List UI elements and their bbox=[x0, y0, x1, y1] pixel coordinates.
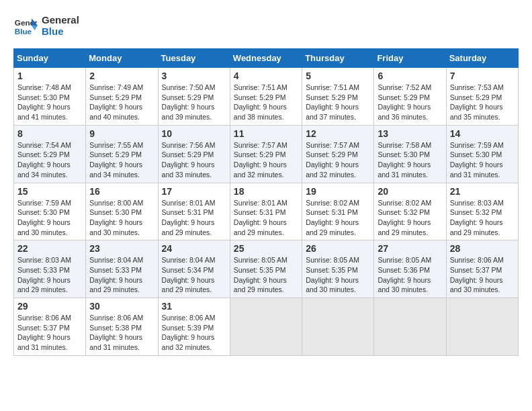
calendar-week-row: 29 Sunrise: 8:06 AM Sunset: 5:37 PM Dayl… bbox=[14, 298, 519, 356]
calendar-day-cell: 25 Sunrise: 8:05 AM Sunset: 5:35 PM Dayl… bbox=[230, 240, 302, 298]
day-info: Sunrise: 8:04 AM Sunset: 5:34 PM Dayligh… bbox=[162, 255, 226, 295]
weekday-header: Sunday bbox=[14, 49, 86, 68]
day-number: 27 bbox=[378, 243, 442, 254]
day-info: Sunrise: 8:02 AM Sunset: 5:31 PM Dayligh… bbox=[306, 198, 370, 238]
calendar-day-cell: 18 Sunrise: 8:01 AM Sunset: 5:31 PM Dayl… bbox=[230, 183, 302, 240]
day-number: 28 bbox=[450, 243, 515, 254]
day-number: 4 bbox=[234, 71, 298, 81]
day-info: Sunrise: 8:03 AM Sunset: 5:33 PM Dayligh… bbox=[17, 255, 82, 295]
calendar-day-cell: 17 Sunrise: 8:01 AM Sunset: 5:31 PM Dayl… bbox=[158, 183, 230, 240]
svg-marker-3 bbox=[32, 26, 38, 30]
day-number: 22 bbox=[17, 243, 82, 254]
day-info: Sunrise: 7:54 AM Sunset: 5:29 PM Dayligh… bbox=[17, 140, 82, 180]
day-number: 16 bbox=[89, 186, 154, 197]
day-info: Sunrise: 8:06 AM Sunset: 5:37 PM Dayligh… bbox=[17, 313, 82, 353]
day-number: 6 bbox=[378, 71, 442, 81]
weekday-header: Monday bbox=[86, 49, 158, 68]
calendar-day-cell: 11 Sunrise: 7:57 AM Sunset: 5:29 PM Dayl… bbox=[230, 125, 302, 183]
weekday-header: Friday bbox=[374, 49, 446, 68]
logo-general: General bbox=[42, 14, 79, 26]
day-info: Sunrise: 7:49 AM Sunset: 5:29 PM Dayligh… bbox=[89, 83, 154, 122]
day-number: 17 bbox=[162, 186, 226, 197]
day-info: Sunrise: 7:57 AM Sunset: 5:29 PM Dayligh… bbox=[306, 140, 370, 180]
svg-text:Blue: Blue bbox=[15, 27, 32, 36]
calendar-day-cell: 1 Sunrise: 7:48 AM Sunset: 5:30 PM Dayli… bbox=[14, 68, 86, 126]
logo-blue: Blue bbox=[42, 26, 79, 37]
calendar-week-row: 15 Sunrise: 7:59 AM Sunset: 5:30 PM Dayl… bbox=[14, 183, 519, 240]
calendar-day-cell: 7 Sunrise: 7:53 AM Sunset: 5:29 PM Dayli… bbox=[446, 68, 518, 126]
logo-icon: General Blue bbox=[13, 13, 38, 38]
day-info: Sunrise: 8:02 AM Sunset: 5:32 PM Dayligh… bbox=[378, 198, 442, 238]
calendar-day-cell: 15 Sunrise: 7:59 AM Sunset: 5:30 PM Dayl… bbox=[14, 183, 86, 240]
calendar-day-cell: 24 Sunrise: 8:04 AM Sunset: 5:34 PM Dayl… bbox=[158, 240, 230, 298]
day-info: Sunrise: 8:06 AM Sunset: 5:37 PM Dayligh… bbox=[450, 255, 515, 295]
day-number: 31 bbox=[162, 301, 226, 312]
calendar-table: SundayMondayTuesdayWednesdayThursdayFrid… bbox=[13, 48, 519, 356]
day-info: Sunrise: 7:58 AM Sunset: 5:30 PM Dayligh… bbox=[378, 140, 442, 180]
calendar-header-row: SundayMondayTuesdayWednesdayThursdayFrid… bbox=[14, 49, 519, 68]
day-info: Sunrise: 7:52 AM Sunset: 5:29 PM Dayligh… bbox=[378, 83, 442, 122]
calendar-week-row: 22 Sunrise: 8:03 AM Sunset: 5:33 PM Dayl… bbox=[14, 240, 519, 298]
day-number: 20 bbox=[378, 186, 442, 197]
day-number: 21 bbox=[450, 186, 515, 197]
day-info: Sunrise: 7:55 AM Sunset: 5:29 PM Dayligh… bbox=[89, 140, 154, 180]
day-number: 30 bbox=[89, 301, 154, 312]
calendar-day-cell: 28 Sunrise: 8:06 AM Sunset: 5:37 PM Dayl… bbox=[446, 240, 518, 298]
calendar-day-cell: 20 Sunrise: 8:02 AM Sunset: 5:32 PM Dayl… bbox=[374, 183, 446, 240]
day-info: Sunrise: 8:01 AM Sunset: 5:31 PM Dayligh… bbox=[234, 198, 298, 238]
day-number: 11 bbox=[234, 128, 298, 139]
day-number: 19 bbox=[306, 186, 370, 197]
day-info: Sunrise: 8:00 AM Sunset: 5:30 PM Dayligh… bbox=[89, 198, 154, 238]
calendar-day-cell: 4 Sunrise: 7:51 AM Sunset: 5:29 PM Dayli… bbox=[230, 68, 302, 126]
day-info: Sunrise: 7:50 AM Sunset: 5:29 PM Dayligh… bbox=[162, 83, 226, 122]
calendar-week-row: 8 Sunrise: 7:54 AM Sunset: 5:29 PM Dayli… bbox=[14, 125, 519, 183]
calendar-day-cell: 13 Sunrise: 7:58 AM Sunset: 5:30 PM Dayl… bbox=[374, 125, 446, 183]
day-info: Sunrise: 7:51 AM Sunset: 5:29 PM Dayligh… bbox=[234, 83, 298, 122]
weekday-header: Thursday bbox=[302, 49, 374, 68]
calendar-week-row: 1 Sunrise: 7:48 AM Sunset: 5:30 PM Dayli… bbox=[14, 68, 519, 126]
day-number: 13 bbox=[378, 128, 442, 139]
calendar-day-cell: 12 Sunrise: 7:57 AM Sunset: 5:29 PM Dayl… bbox=[302, 125, 374, 183]
day-info: Sunrise: 7:53 AM Sunset: 5:29 PM Dayligh… bbox=[450, 83, 515, 122]
calendar-day-cell: 2 Sunrise: 7:49 AM Sunset: 5:29 PM Dayli… bbox=[86, 68, 158, 126]
day-info: Sunrise: 8:05 AM Sunset: 5:35 PM Dayligh… bbox=[306, 255, 370, 295]
day-info: Sunrise: 8:04 AM Sunset: 5:33 PM Dayligh… bbox=[89, 255, 154, 295]
day-info: Sunrise: 7:51 AM Sunset: 5:29 PM Dayligh… bbox=[306, 83, 370, 122]
calendar-day-cell: 9 Sunrise: 7:55 AM Sunset: 5:29 PM Dayli… bbox=[86, 125, 158, 183]
day-number: 5 bbox=[306, 71, 370, 81]
day-info: Sunrise: 7:56 AM Sunset: 5:29 PM Dayligh… bbox=[162, 140, 226, 180]
day-info: Sunrise: 7:59 AM Sunset: 5:30 PM Dayligh… bbox=[450, 140, 515, 180]
page-header: General Blue General Blue bbox=[13, 13, 519, 38]
calendar-day-cell: 3 Sunrise: 7:50 AM Sunset: 5:29 PM Dayli… bbox=[158, 68, 230, 126]
calendar-day-cell: 8 Sunrise: 7:54 AM Sunset: 5:29 PM Dayli… bbox=[14, 125, 86, 183]
day-number: 18 bbox=[234, 186, 298, 197]
calendar-day-cell: 29 Sunrise: 8:06 AM Sunset: 5:37 PM Dayl… bbox=[14, 298, 86, 356]
day-info: Sunrise: 8:05 AM Sunset: 5:36 PM Dayligh… bbox=[378, 255, 442, 295]
day-number: 29 bbox=[17, 301, 82, 312]
day-number: 24 bbox=[162, 243, 226, 254]
day-info: Sunrise: 7:57 AM Sunset: 5:29 PM Dayligh… bbox=[234, 140, 298, 180]
day-info: Sunrise: 8:06 AM Sunset: 5:38 PM Dayligh… bbox=[89, 313, 154, 353]
calendar-empty-cell bbox=[302, 298, 374, 356]
calendar-empty-cell bbox=[230, 298, 302, 356]
logo: General Blue General Blue bbox=[13, 13, 79, 38]
day-number: 15 bbox=[17, 186, 82, 197]
day-number: 10 bbox=[162, 128, 226, 139]
day-info: Sunrise: 7:48 AM Sunset: 5:30 PM Dayligh… bbox=[17, 83, 82, 122]
day-number: 1 bbox=[17, 71, 82, 81]
calendar-day-cell: 22 Sunrise: 8:03 AM Sunset: 5:33 PM Dayl… bbox=[14, 240, 86, 298]
day-number: 2 bbox=[89, 71, 154, 81]
weekday-header: Tuesday bbox=[158, 49, 230, 68]
day-number: 23 bbox=[89, 243, 154, 254]
day-info: Sunrise: 7:59 AM Sunset: 5:30 PM Dayligh… bbox=[17, 198, 82, 238]
day-number: 3 bbox=[162, 71, 226, 81]
day-number: 14 bbox=[450, 128, 515, 139]
calendar-day-cell: 31 Sunrise: 8:06 AM Sunset: 5:39 PM Dayl… bbox=[158, 298, 230, 356]
day-number: 8 bbox=[17, 128, 82, 139]
calendar-day-cell: 10 Sunrise: 7:56 AM Sunset: 5:29 PM Dayl… bbox=[158, 125, 230, 183]
calendar-day-cell: 26 Sunrise: 8:05 AM Sunset: 5:35 PM Dayl… bbox=[302, 240, 374, 298]
calendar-day-cell: 27 Sunrise: 8:05 AM Sunset: 5:36 PM Dayl… bbox=[374, 240, 446, 298]
calendar-empty-cell bbox=[446, 298, 518, 356]
calendar-empty-cell bbox=[374, 298, 446, 356]
day-number: 26 bbox=[306, 243, 370, 254]
